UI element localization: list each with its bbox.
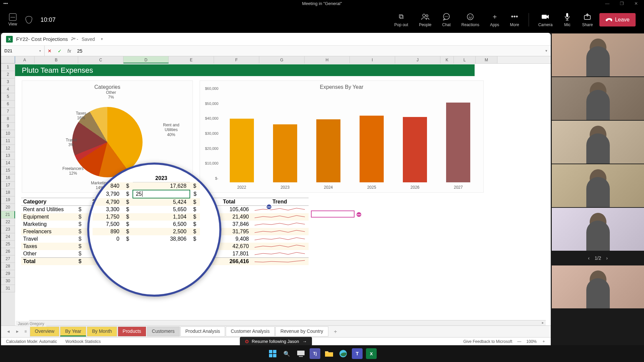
row-header-11[interactable]: 11 bbox=[1, 137, 15, 145]
sheet-tab-overview[interactable]: Overview bbox=[30, 326, 59, 337]
taskbar-edge-icon[interactable] bbox=[338, 348, 348, 359]
row-header-4[interactable]: 4 bbox=[1, 86, 15, 93]
column-header-H[interactable]: H bbox=[305, 56, 350, 63]
more-button[interactable]: •••More bbox=[506, 11, 523, 29]
feedback-link[interactable]: Give Feedback to Microsoft bbox=[463, 339, 512, 344]
row-header-14[interactable]: 14 bbox=[1, 160, 15, 167]
sheet-tab-customers[interactable]: Customers bbox=[147, 326, 180, 337]
column-header-F[interactable]: F bbox=[214, 56, 259, 63]
more-dots[interactable]: ••• bbox=[3, 1, 8, 6]
row-header-7[interactable]: 7 bbox=[1, 108, 15, 115]
sheet-tab-by-month[interactable]: By Month bbox=[87, 326, 117, 337]
column-header-G[interactable]: G bbox=[259, 56, 305, 63]
sheet-tab-product-analysis[interactable]: Product Analysis bbox=[180, 326, 225, 337]
taskbar-teams-app-icon[interactable]: T bbox=[352, 348, 363, 359]
column-header-B[interactable]: B bbox=[35, 56, 78, 63]
column-header-I[interactable]: I bbox=[350, 56, 395, 63]
row-header-19[interactable]: 19 bbox=[1, 196, 15, 204]
column-header-M[interactable]: M bbox=[476, 56, 497, 63]
row-header-21[interactable]: 21 bbox=[1, 211, 15, 219]
row-header-18[interactable]: 18 bbox=[1, 189, 15, 196]
formula-input[interactable]: 25 bbox=[74, 48, 542, 54]
sheet-tab-by-year[interactable]: By Year bbox=[60, 326, 86, 337]
confirm-formula-button[interactable]: ✓ bbox=[55, 48, 65, 54]
participant-video-2[interactable] bbox=[552, 77, 644, 120]
workbook-stats[interactable]: Workbook Statistics bbox=[65, 339, 101, 344]
tab-nav-prev[interactable]: ◄ bbox=[4, 329, 12, 334]
zoom-in-button[interactable]: ＋ bbox=[542, 339, 546, 344]
start-button[interactable] bbox=[267, 348, 278, 359]
chat-button[interactable]: Chat bbox=[438, 11, 454, 29]
minimize-button[interactable]: ― bbox=[602, 1, 612, 6]
camera-button[interactable]: Camera bbox=[534, 11, 557, 29]
select-all-corner[interactable] bbox=[1, 56, 15, 63]
taskbar-teams-icon[interactable]: Tј bbox=[310, 348, 320, 359]
column-header-C[interactable]: C bbox=[78, 56, 123, 63]
zoom-level[interactable]: 100% bbox=[526, 339, 537, 344]
row-header-24[interactable]: 24 bbox=[1, 233, 15, 241]
column-header-L[interactable]: L bbox=[454, 56, 476, 63]
expand-formula-icon[interactable]: ▾ bbox=[542, 49, 551, 53]
close-button[interactable]: ✕ bbox=[632, 1, 641, 6]
row-header-5[interactable]: 5 bbox=[1, 93, 15, 101]
tab-list-button[interactable]: ≡ bbox=[22, 329, 29, 334]
row-header-28[interactable]: 28 bbox=[1, 263, 15, 270]
leave-button[interactable]: Leave bbox=[599, 13, 636, 26]
row-header-1[interactable]: 1 bbox=[1, 64, 15, 71]
zoom-out-button[interactable]: ― bbox=[517, 339, 521, 344]
row-header-20[interactable]: 20 bbox=[1, 204, 15, 211]
chevron-down-icon[interactable]: ▾ bbox=[39, 49, 41, 53]
row-header-30[interactable]: 30 bbox=[1, 278, 15, 285]
fx-icon[interactable]: fx bbox=[65, 48, 74, 54]
pager-prev[interactable]: ‹ bbox=[588, 255, 590, 261]
shield-icon[interactable] bbox=[25, 16, 32, 23]
spreadsheet-grid[interactable]: Pluto Team Expenses Categories Rent andU… bbox=[15, 64, 551, 325]
name-box[interactable]: D21▾ bbox=[1, 46, 45, 56]
reactions-button[interactable]: Reactions bbox=[458, 11, 483, 29]
column-header-A[interactable]: A bbox=[15, 56, 35, 63]
column-header-K[interactable]: K bbox=[440, 56, 454, 63]
sheet-tab-products[interactable]: Products bbox=[118, 326, 146, 337]
row-header-10[interactable]: 10 bbox=[1, 130, 15, 137]
taskbar-excel-icon[interactable]: X bbox=[366, 348, 377, 359]
mic-button[interactable]: Mic bbox=[559, 11, 575, 29]
row-header-3[interactable]: 3 bbox=[1, 78, 15, 86]
taskbar-explorer-icon[interactable] bbox=[324, 348, 334, 359]
sheet-tab-customer-analysis[interactable]: Customer Analysis bbox=[226, 326, 275, 337]
participant-video-4[interactable] bbox=[552, 164, 644, 207]
row-header-16[interactable]: 16 bbox=[1, 174, 15, 182]
row-header-13[interactable]: 13 bbox=[1, 152, 15, 160]
maximize-button[interactable]: ❐ bbox=[617, 1, 627, 6]
pager-next[interactable]: › bbox=[606, 255, 608, 261]
row-header-6[interactable]: 6 bbox=[1, 101, 15, 108]
document-name[interactable]: FY22- Cost Projections bbox=[16, 36, 68, 42]
share-button[interactable]: Share bbox=[578, 11, 597, 29]
cancel-formula-button[interactable]: ✕ bbox=[45, 48, 55, 54]
view-button[interactable]: View bbox=[8, 13, 17, 26]
tab-nav-next[interactable]: ► bbox=[13, 329, 21, 334]
chevron-down-icon[interactable]: ▾ bbox=[101, 37, 103, 41]
row-header-29[interactable]: 29 bbox=[1, 270, 15, 278]
participant-video-1[interactable] bbox=[552, 34, 644, 76]
participant-video-5[interactable] bbox=[552, 208, 644, 251]
row-header-23[interactable]: 23 bbox=[1, 226, 15, 233]
participant-video-3[interactable] bbox=[552, 121, 644, 164]
task-view-button[interactable] bbox=[296, 348, 306, 359]
row-header-25[interactable]: 25 bbox=[1, 241, 15, 248]
popout-button[interactable]: ⧉Pop out bbox=[390, 11, 412, 29]
row-header-31[interactable]: 31 bbox=[1, 285, 15, 292]
row-header-9[interactable]: 9 bbox=[1, 123, 15, 130]
participant-video-6[interactable] bbox=[552, 265, 644, 308]
row-header-15[interactable]: 15 bbox=[1, 167, 15, 174]
people-button[interactable]: People bbox=[415, 11, 435, 29]
row-header-17[interactable]: 17 bbox=[1, 182, 15, 189]
row-header-2[interactable]: 2 bbox=[1, 71, 15, 78]
column-header-E[interactable]: E bbox=[169, 56, 214, 63]
horizontal-scrollbar[interactable] bbox=[29, 320, 546, 325]
row-header-26[interactable]: 26 bbox=[1, 248, 15, 255]
row-header-22[interactable]: 22 bbox=[1, 219, 15, 226]
row-header-8[interactable]: 8 bbox=[1, 115, 15, 123]
apps-button[interactable]: ＋Apps bbox=[486, 11, 503, 29]
add-sheet-button[interactable]: ＋ bbox=[329, 328, 341, 335]
row-header-12[interactable]: 12 bbox=[1, 145, 15, 152]
